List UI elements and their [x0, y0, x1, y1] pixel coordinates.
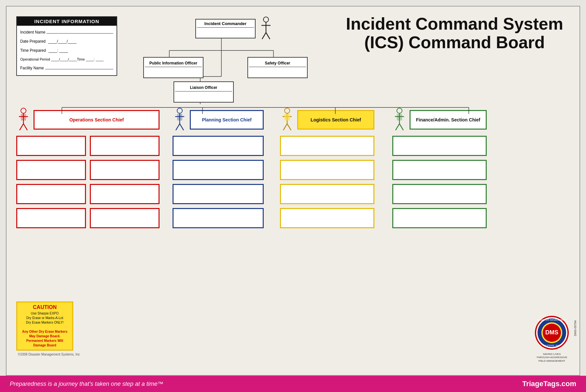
incident-name-label: Incident Name — [20, 28, 45, 36]
svg-text:DMS: DMS — [545, 329, 558, 336]
logistics-sub-grid — [280, 136, 374, 228]
svg-line-40 — [399, 124, 403, 130]
operations-section: Operations Section Chief — [16, 107, 160, 228]
dms-tagline: SAVING LIVESTHROUGH AGGRESSIVEFIELD MANA… — [534, 353, 570, 363]
ic-label: Incident Commander — [204, 20, 246, 27]
finance-person-icon — [392, 107, 407, 132]
svg-point-24 — [177, 108, 182, 113]
plan-sub-4 — [173, 208, 264, 228]
svg-point-18 — [21, 108, 26, 113]
pio-label: Public Information Officer — [148, 60, 199, 67]
operations-sub-grid — [16, 136, 160, 228]
fin-sub-3 — [392, 184, 487, 204]
operations-chief-label: Operations Section Chief — [69, 117, 124, 122]
dms-logo: DMS DISASTER MANAGEMENT SYSTEMS, INC. SA… — [534, 315, 570, 351]
logistics-chief-label: Logistics Section Chief — [311, 117, 361, 122]
incident-info-header: INCIDENT INFORMATION — [17, 17, 117, 26]
time-format: ____: ____ — [49, 47, 68, 54]
ic-person-icon — [259, 16, 273, 41]
svg-line-33 — [283, 124, 287, 130]
svg-point-13 — [263, 17, 269, 22]
svg-line-39 — [396, 124, 399, 130]
svg-line-34 — [287, 124, 291, 130]
plan-sub-2 — [173, 160, 264, 180]
log-sub-4 — [280, 208, 374, 228]
log-sub-1 — [280, 136, 374, 156]
safety-label: Safety Officer — [263, 60, 291, 67]
fin-sub-4 — [392, 208, 487, 228]
footer-bar: Preparedness is a journey that's taken o… — [0, 376, 586, 392]
date-format: ____/____/____ — [48, 37, 77, 45]
finance-chief-box: Finance/Admin. Section Chief — [410, 110, 487, 130]
svg-point-30 — [285, 108, 290, 113]
time-prepared-label: Time Prepared — [20, 47, 46, 54]
svg-line-16 — [262, 33, 266, 39]
caution-text: Use Sharpie EXPO Dry Erase or Marks-A-Lo… — [20, 311, 70, 348]
ops-sub-1 — [16, 136, 86, 156]
ops-sub-7 — [16, 208, 86, 228]
op-period-label: Operational Period ____/____/____Time __… — [20, 56, 104, 63]
planning-sub-grid — [173, 136, 264, 228]
ops-sub-4 — [90, 160, 160, 180]
planning-chief-box: Planning Section Chief — [190, 110, 264, 130]
dmb-number: DMS-05794 — [574, 320, 577, 336]
planning-section: Planning Section Chief — [173, 107, 264, 228]
logistics-person-icon — [280, 107, 295, 132]
main-board: Incident Command System (ICS) Command Bo… — [6, 6, 580, 376]
liaison-label: Liaison Officer — [188, 84, 218, 91]
svg-text:DISASTER MANAGEMENT: DISASTER MANAGEMENT — [537, 319, 566, 321]
incident-info-box: INCIDENT INFORMATION Incident Name Date … — [16, 16, 117, 76]
plan-sub-1 — [173, 136, 264, 156]
pio-box: Public Information Officer — [143, 57, 203, 78]
svg-line-17 — [266, 33, 270, 39]
planning-chief-label: Planning Section Chief — [202, 117, 251, 122]
svg-point-36 — [397, 108, 402, 113]
finance-sub-grid — [392, 136, 487, 228]
ic-box: Incident Commander — [195, 19, 256, 38]
logistics-chief-box: Logistics Section Chief — [297, 110, 374, 130]
board-title: Incident Command System (ICS) Command Bo… — [346, 15, 563, 52]
caution-title: CAUTION — [20, 304, 70, 310]
operations-person-icon — [16, 107, 31, 132]
footer-url: TriageTags.com — [522, 380, 576, 388]
log-sub-3 — [280, 184, 374, 204]
title-area: Incident Command System (ICS) Command Bo… — [346, 15, 563, 52]
incident-info-body: Incident Name Date Prepared ____/____/__… — [17, 26, 117, 75]
svg-rect-29 — [177, 114, 182, 120]
ops-sub-8 — [90, 208, 160, 228]
plan-sub-3 — [173, 184, 264, 204]
fin-sub-1 — [392, 136, 487, 156]
fin-sub-2 — [392, 160, 487, 180]
planning-person-icon — [173, 107, 187, 132]
liaison-box: Liaison Officer — [174, 81, 234, 103]
ops-sub-5 — [16, 184, 86, 204]
svg-line-27 — [176, 124, 180, 130]
safety-container: Safety Officer — [247, 57, 308, 78]
date-prepared-label: Date Prepared — [20, 37, 46, 45]
svg-line-21 — [20, 124, 23, 130]
safety-box: Safety Officer — [247, 57, 308, 78]
svg-line-28 — [180, 124, 184, 130]
finance-section: Finance/Admin. Section Chief — [392, 107, 487, 228]
ops-sub-2 — [90, 136, 160, 156]
svg-rect-41 — [397, 114, 402, 120]
svg-rect-23 — [21, 114, 26, 120]
svg-text:SYSTEMS, INC.: SYSTEMS, INC. — [543, 344, 560, 347]
log-sub-2 — [280, 160, 374, 180]
svg-line-22 — [23, 124, 27, 130]
logistics-section: Logistics Section Chief — [280, 107, 374, 228]
pio-container: Public Information Officer — [143, 57, 203, 78]
copyright: ©2008 Disaster Management Systems, Inc — [18, 353, 80, 356]
facility-name-label: Facility Name — [20, 64, 44, 72]
ops-sub-3 — [16, 160, 86, 180]
caution-box: CAUTION Use Sharpie EXPO Dry Erase or Ma… — [16, 301, 73, 351]
svg-rect-35 — [285, 114, 290, 120]
finance-chief-label: Finance/Admin. Section Chief — [416, 117, 481, 122]
footer-tagline: Preparedness is a journey that's taken o… — [10, 381, 163, 387]
ic-container: Incident Commander — [195, 16, 273, 41]
operations-chief-box: Operations Section Chief — [34, 110, 160, 130]
liaison-container: Liaison Officer — [174, 81, 234, 103]
ops-sub-6 — [90, 184, 160, 204]
